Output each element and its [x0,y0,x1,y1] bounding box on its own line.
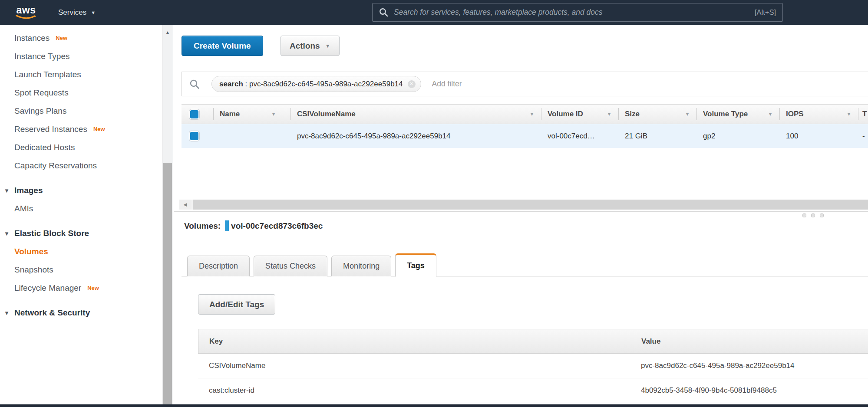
filter-bar[interactable]: search : pvc-8ac9d62c-c645-495a-989a-ac2… [182,72,868,96]
column-header-size[interactable]: Size ▾ [618,105,696,124]
sidebar-section-images[interactable]: ▼ Images [0,181,162,200]
add-filter-input[interactable]: Add filter [432,79,462,89]
remove-filter-icon[interactable]: ✕ [408,80,416,88]
sort-caret-icon[interactable]: ▾ [686,111,689,117]
sidebar-item-instances[interactable]: Instances New [0,29,162,47]
scroll-up-arrow-icon[interactable]: ▲ [165,30,170,36]
sidebar-item-label: Instances [14,33,50,43]
sidebar-item-instance-types[interactable]: Instance Types [0,47,162,66]
sidebar-item-label: Instance Types [14,52,69,61]
sort-caret-icon[interactable]: ▾ [769,111,772,117]
tags-header-value: Value [633,337,868,346]
horizontal-scrollbar-thumb[interactable] [193,200,868,210]
sort-caret-icon[interactable]: ▾ [272,111,275,117]
cell-size: 21 GiB [618,124,696,148]
create-volume-button[interactable]: Create Volume [182,36,263,56]
search-shortcut-hint: [Alt+S] [755,8,776,16]
horizontal-scrollbar[interactable]: ◀ [179,200,868,210]
tab-status-checks[interactable]: Status Checks [254,256,327,276]
filter-tag-key: search [219,80,243,89]
search-icon [189,79,200,89]
sidebar-item-lifecycle-manager[interactable]: Lifecycle Manager New [0,279,162,297]
aws-logo[interactable]: aws [15,5,37,20]
add-edit-tags-button[interactable]: Add/Edit Tags [198,294,275,315]
table-row: cast:cluster-id 4b092cb5-3458-4f90-9b4c-… [198,378,868,403]
sidebar-item-launch-templates[interactable]: Launch Templates [0,66,162,84]
column-header-volume-id[interactable]: Volume ID ▾ [541,105,618,124]
tags-header-key: Key [198,337,633,346]
sidebar-item-amis[interactable]: AMIs [0,200,162,218]
services-menu[interactable]: Services ▼ [58,8,96,17]
sort-caret-icon[interactable]: ▾ [608,111,611,117]
tags-table-header: Key Value [198,329,868,354]
window-bottom-edge [0,404,868,407]
panel-resize-handle[interactable] [802,213,824,217]
column-header-iops[interactable]: IOPS ▾ [779,105,858,124]
sidebar-scrollbar-thumb[interactable] [163,163,172,407]
cell-throughput: - [858,124,868,148]
sidebar-section-label: Network & Security [14,308,90,318]
actions-button[interactable]: Actions ▼ [281,36,340,56]
sidebar-item-volumes[interactable]: Volumes [0,243,162,261]
services-label: Services [58,8,86,17]
sidebar-item-label: Launch Templates [14,70,81,79]
section-caret-icon: ▼ [4,310,10,316]
sidebar-item-snapshots[interactable]: Snapshots [0,261,162,279]
filter-tag-value: pvc-8ac9d62c-c645-495a-989a-ac292ee59b14 [249,80,403,89]
tag-value: 4b092cb5-3458-4f90-9b4c-5081bf9488c5 [632,386,868,395]
actions-label: Actions [290,41,320,51]
tab-monitoring[interactable]: Monitoring [331,256,391,276]
sort-caret-icon[interactable]: ▾ [848,111,850,117]
scroll-left-arrow-icon[interactable]: ◀ [179,200,191,210]
tag-key: cast:cluster-id [198,386,632,395]
sidebar-item-reserved-instances[interactable]: Reserved Instances New [0,120,162,138]
sidebar-section-label: Elastic Block Store [14,229,89,238]
section-caret-icon: ▼ [4,230,10,237]
sidebar-item-label: Capacity Reservations [14,161,97,171]
table-row[interactable]: pvc-8ac9d62c-c645-495a-989a-ac292ee59b14… [182,124,868,148]
select-all-checkbox[interactable] [189,109,199,119]
detail-title-volume-id: vol-00c7ecd873c6fb3ec [231,221,323,231]
sidebar-item-dedicated-hosts[interactable]: Dedicated Hosts [0,138,162,157]
column-header-csivolumename[interactable]: CSIVolumeName ▾ [290,105,541,124]
main-content: Create Volume Actions ▼ search : pvc-8ac… [174,25,868,404]
row-checkbox[interactable] [189,131,199,141]
sort-caret-icon[interactable]: ▾ [531,111,533,117]
new-badge: New [93,126,105,132]
detail-title-prefix: Volumes: [184,221,221,231]
column-header-volume-type[interactable]: Volume Type ▾ [696,105,779,124]
panel-divider [174,211,868,212]
sidebar-scrollbar[interactable]: ▲ [162,25,173,407]
cell-volume-type: gp2 [696,124,779,148]
filter-tag[interactable]: search : pvc-8ac9d62c-c645-495a-989a-ac2… [211,76,421,92]
sidebar-item-label: Lifecycle Manager [14,283,81,293]
selection-marker-icon [225,220,229,231]
tab-tags[interactable]: Tags [395,253,436,277]
sidebar-item-spot-requests[interactable]: Spot Requests [0,84,162,102]
cell-iops: 100 [779,124,858,148]
detail-tabs: Description Status Checks Monitoring Tag… [187,253,440,276]
cell-volume-id: vol-00c7ecd… [541,124,618,148]
sidebar-navigation: Instances New Instance Types Launch Temp… [0,25,162,404]
global-search-box[interactable]: Search for services, features, marketpla… [372,3,783,22]
column-header-name[interactable]: Name ▾ [213,105,290,124]
header-checkbox-cell [182,105,213,124]
sidebar-item-savings-plans[interactable]: Savings Plans [0,102,162,120]
create-volume-label: Create Volume [194,41,251,51]
column-header-throughput[interactable]: T [858,105,868,124]
sidebar-section-elastic-block-store[interactable]: ▼ Elastic Block Store [0,224,162,243]
sidebar-section-network-security[interactable]: ▼ Network & Security [0,304,162,322]
tag-value: pvc-8ac9d62c-c645-495a-989a-ac292ee59b14 [632,361,868,370]
tab-description[interactable]: Description [187,256,250,276]
search-placeholder: Search for services, features, marketpla… [394,8,755,17]
sidebar-item-label: Savings Plans [14,106,66,116]
sidebar-item-capacity-reservations[interactable]: Capacity Reservations [0,157,162,175]
volumes-table: Name ▾ CSIVolumeName ▾ Volume ID ▾ Size … [182,104,868,148]
new-badge: New [87,285,99,291]
sidebar-item-label: Spot Requests [14,88,69,98]
chevron-down-icon: ▼ [325,43,330,49]
volumes-table-header: Name ▾ CSIVolumeName ▾ Volume ID ▾ Size … [182,104,868,124]
cell-csivolumename: pvc-8ac9d62c-c645-495a-989a-ac292ee59b14 [290,124,541,148]
detail-panel-title: Volumes: vol-00c7ecd873c6fb3ec [184,220,323,231]
table-row: CSIVolumeName pvc-8ac9d62c-c645-495a-989… [198,354,868,378]
